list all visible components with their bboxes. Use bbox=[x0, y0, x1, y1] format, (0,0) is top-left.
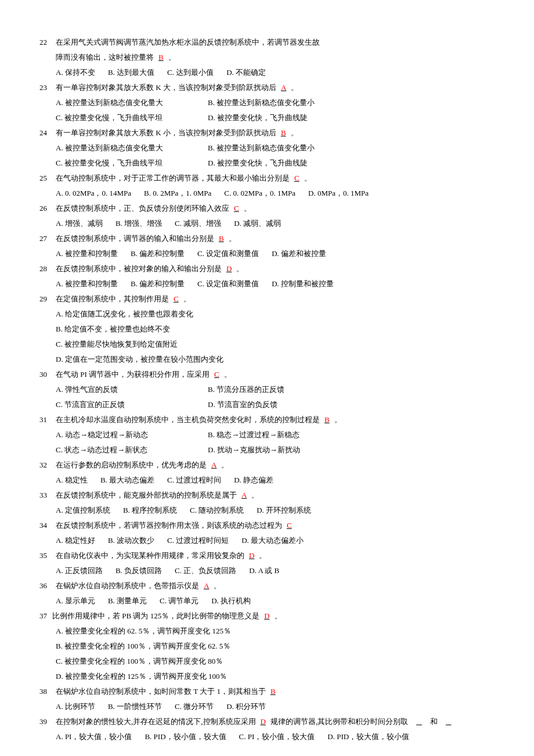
answer-blank: C bbox=[210, 370, 224, 379]
option: B. 程序控制系统 bbox=[123, 506, 177, 514]
question-39: 39在控制对象的惯性较大,并存在迟延的情况下,控制系统应采用D规律的调节器,其比… bbox=[39, 714, 495, 744]
option: D. PID，较大值，较小值 bbox=[327, 732, 409, 741]
stem-post: 。 bbox=[183, 294, 191, 303]
options-row: A. PI，较大值，较小值B. PID，较小值，较大值C. PI，较小值，较大值… bbox=[39, 729, 495, 744]
answer-blank: A bbox=[237, 491, 251, 499]
answer-blank: C bbox=[282, 521, 297, 530]
blank bbox=[408, 717, 430, 726]
stem-body: 在反馈控制系统中，正、负反馈分别使闭环输入效应C。 bbox=[56, 201, 495, 216]
question-stem: 36在锅炉水位自动控制系统中，色带指示仪是A。 bbox=[39, 578, 495, 593]
option: D. 定值在一定范围变动，被控量在较小范围内变化 bbox=[56, 355, 223, 363]
option: C. 设定值和测量值 bbox=[197, 249, 259, 258]
option: D. 偏差和被控量 bbox=[272, 249, 326, 258]
question-number: 28 bbox=[39, 261, 56, 276]
question-35: 35在自动化仪表中，为实现某种作用规律，常采用较复杂的D。A. 正反馈回路B. … bbox=[39, 548, 495, 578]
answer-blank: A bbox=[199, 581, 214, 590]
option: A. 定值控制系统 bbox=[56, 506, 110, 514]
options-row: A. 保持不变B. 达到最大值C. 达到最小值D. 不能确定 bbox=[39, 65, 495, 80]
option: A. 被控量和控制量 bbox=[56, 279, 118, 288]
option: C. 正、负反馈回路 bbox=[175, 566, 236, 575]
stem-post: 。 bbox=[229, 234, 236, 243]
stem-post: 。 bbox=[275, 611, 282, 620]
question-28: 28在反馈控制系统中，被控对象的输入和输出分别是D。A. 被控量和控制量B. 偏… bbox=[39, 261, 495, 291]
answer-blank: B bbox=[214, 234, 229, 243]
answer-blank: D bbox=[222, 264, 236, 273]
question-number: 35 bbox=[39, 548, 56, 563]
option: B. 被控量达到新稳态值变化量小 bbox=[208, 141, 347, 156]
stem-pre: 在自动化仪表中，为实现某种作用规律，常采用较复杂的 bbox=[56, 551, 244, 560]
option: B. 负反馈回路 bbox=[116, 566, 162, 575]
options-row: B. 被控量变化全程的 100％，调节阀开度变化 62. 5％ bbox=[39, 639, 495, 654]
option: B. 被控量达到新稳态值变化量小 bbox=[208, 95, 347, 110]
option: A. 被控量达到新稳态值变化量大 bbox=[56, 95, 195, 110]
answer-blank: D bbox=[259, 611, 274, 620]
stem-pre: 在锅炉水位自动控制系统中，色带指示仪是 bbox=[56, 581, 199, 590]
question-number: 34 bbox=[39, 518, 56, 533]
question-number: 30 bbox=[39, 367, 56, 382]
option: B. 最大动态偏差 bbox=[100, 476, 154, 484]
option: A. 被控量达到新稳态值变化量大 bbox=[56, 141, 195, 156]
question-number: 22 bbox=[39, 35, 56, 50]
stem-post: 。 bbox=[214, 581, 221, 590]
question-32: 32在运行参数的启动控制系统中，优先考虑的是A。A. 稳定性B. 最大动态偏差C… bbox=[39, 458, 495, 488]
option: C. 0. 02MPa，0. 1MPa bbox=[224, 189, 295, 197]
stem-body: 在采用气关式调节阀调节蒸汽加热水柜水温的反馈控制系统中，若调节器发生故 bbox=[56, 35, 495, 50]
question-stem: 22在采用气关式调节阀调节蒸汽加热水柜水温的反馈控制系统中，若调节器发生故 bbox=[39, 35, 495, 50]
options-row: C. 被控量能尽快地恢复到给定值附近 bbox=[39, 337, 495, 352]
question-stem: 34在反馈控制系统中，若调节器控制作用太强，则该系统的动态过程为C bbox=[39, 518, 495, 533]
stem-post: 。 bbox=[236, 264, 244, 273]
question-25: 25在气动控制系统中，对于正常工作的调节器，其最大和最小输出分别是C。A. 0.… bbox=[39, 171, 495, 201]
stem-line2: 障而没有输出，这时被控量将B。 bbox=[39, 50, 495, 65]
options-row: A. 正反馈回路B. 负反馈回路C. 正、负反馈回路D. A 或 B bbox=[39, 563, 495, 578]
stem-line2-pre: 障而没有输出，这时被控量将 bbox=[56, 53, 154, 62]
question-stem: 39在控制对象的惯性较大,并存在迟延的情况下,控制系统应采用D规律的调节器,其比… bbox=[39, 714, 495, 729]
option: D. 减弱、减弱 bbox=[234, 219, 281, 228]
question-stem: 38在锅炉水位自动控制系统中，如时间常数 T 大于 1，则其相当于B bbox=[39, 684, 495, 699]
options-row: A. 被控量和控制量B. 偏差和控制量C. 设定值和测量值D. 偏差和被控量 bbox=[39, 246, 495, 261]
stem-pre: 在气动 PI 调节器中，为获得积分作用，应采用 bbox=[56, 370, 210, 379]
option: C. 随动控制系统 bbox=[190, 506, 244, 514]
question-number: 32 bbox=[39, 458, 56, 473]
question-stem: 28在反馈控制系统中，被控对象的输入和输出分别是D。 bbox=[39, 261, 495, 276]
option: B. 测量单元 bbox=[108, 596, 147, 605]
question-stem: 24有一单容控制对象其放大系数 K 小，当该控制对象受到阶跃扰动后B。 bbox=[39, 125, 495, 141]
option: A. PI，较大值，较小值 bbox=[56, 732, 132, 741]
option: D. 扰动→克服扰动→新扰动 bbox=[208, 442, 347, 458]
options-row: D. 被控量变化全程的 125％，调节阀开度变化 100％ bbox=[39, 669, 495, 684]
stem-post: 。 bbox=[221, 460, 229, 469]
answer-blank: B bbox=[266, 687, 280, 696]
question-number: 24 bbox=[39, 125, 56, 141]
option: D. 开环控制系统 bbox=[257, 506, 311, 514]
option: B. 给定值不变，被控量也始终不变 bbox=[56, 325, 170, 333]
question-number: 25 bbox=[39, 171, 56, 186]
option: A. 正反馈回路 bbox=[56, 566, 103, 575]
stem-post: 和 bbox=[430, 717, 438, 726]
option: C. 节流盲宣的正反馈 bbox=[56, 397, 195, 412]
question-number: 23 bbox=[39, 80, 56, 95]
answer-blank: A bbox=[276, 83, 291, 92]
question-number: 29 bbox=[39, 291, 56, 307]
option: A. 弹性气宣的反馈 bbox=[56, 382, 195, 397]
option: C. 减弱、增强 bbox=[175, 219, 221, 228]
stem-pre: 在锅炉水位自动控制系统中，如时间常数 T 大于 1，则其相当于 bbox=[56, 687, 266, 696]
options-row: A. 给定值随工况变化，被控量也跟着变化 bbox=[39, 307, 495, 322]
options-row: A. 0. 02MPa，0. 14MPaB. 0. 2MPa，1. 0MPaC.… bbox=[39, 186, 495, 201]
option: B. 波动次数少 bbox=[108, 536, 154, 545]
option: C. 过渡过程时间短 bbox=[167, 536, 229, 545]
question-stem: 37比例作用规律中，若 PB 调为 125％，此时比例带的物理意义是D。 bbox=[39, 609, 495, 624]
answer-blank: C bbox=[229, 204, 244, 213]
stem-post: 。 bbox=[304, 174, 312, 182]
question-stem: 27在反馈控制系统中，调节器的输入和输出分别是B。 bbox=[39, 231, 495, 246]
question-27: 27在反馈控制系统中，调节器的输入和输出分别是B。A. 被控量和控制量B. 偏差… bbox=[39, 231, 495, 261]
option: D. 节流盲室的负反馈 bbox=[208, 397, 347, 412]
option: D. 静态偏差 bbox=[234, 476, 273, 484]
options-row: A. 稳定性B. 最大动态偏差C. 过渡过程时间D. 静态偏差 bbox=[39, 473, 495, 488]
option: B. 增强、增强 bbox=[116, 219, 162, 228]
options-row: C. 被控量变化慢，飞升曲线平坦D. 被控量变化快，飞升曲线陡 bbox=[39, 110, 495, 125]
option: A. 被控量变化全程的 62. 5％，调节阀开度变化 125％ bbox=[56, 627, 231, 635]
option: C. 调节单元 bbox=[160, 596, 199, 605]
option: C. 过渡过程时间 bbox=[167, 476, 221, 484]
options-row: C. 状态→动态过程→新状态D. 扰动→克服扰动→新扰动 bbox=[39, 442, 495, 458]
question-stem: 35在自动化仪表中，为实现某种作用规律，常采用较复杂的D。 bbox=[39, 548, 495, 563]
option: A. 稳定性 bbox=[56, 476, 88, 484]
